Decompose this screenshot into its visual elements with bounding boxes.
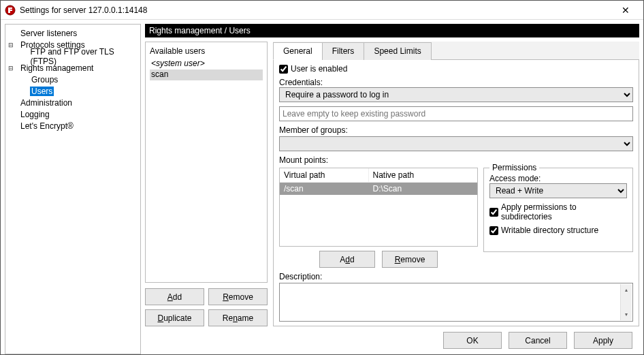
list-item[interactable]: <system user> <box>150 59 263 70</box>
tree-rights[interactable]: Rights management <box>19 63 95 73</box>
member-groups-select[interactable] <box>279 136 633 151</box>
credentials-select[interactable]: Require a password to log in <box>279 87 633 102</box>
apply-button[interactable]: Apply <box>574 332 632 349</box>
mount-points-table[interactable]: Virtual path Native path /scan D:\Scan <box>279 168 478 247</box>
collapse-icon[interactable]: ⊟ <box>7 42 15 48</box>
apply-subdirs-checkbox[interactable]: Apply permissions to subdirectories <box>489 202 627 221</box>
access-mode-label: Access mode: <box>489 174 627 183</box>
user-enabled-checkbox[interactable]: User is enabled <box>279 64 633 74</box>
table-row[interactable]: /scan D:\Scan <box>280 183 477 195</box>
tab-filters[interactable]: Filters <box>322 42 365 60</box>
permissions-group: Permissions Access mode: Read + Write Ap… <box>483 168 633 252</box>
remove-user-button[interactable]: Remove <box>208 288 268 305</box>
available-users-label: Available users <box>150 46 263 56</box>
app-icon <box>5 5 16 16</box>
remove-mount-button[interactable]: Remove <box>382 251 438 268</box>
user-tabs: General Filters Speed Limits <box>273 42 639 60</box>
window-title: Settings for server 127.0.0.1:14148 <box>20 5 612 15</box>
list-item[interactable]: scan <box>150 70 263 80</box>
password-field[interactable] <box>279 106 633 121</box>
tree-groups[interactable]: Groups <box>30 75 59 84</box>
tree-users[interactable]: Users <box>30 87 54 96</box>
tree-admin[interactable]: Administration <box>19 98 74 108</box>
scroll-up-icon[interactable]: ▴ <box>625 284 628 296</box>
tree-logging[interactable]: Logging <box>19 110 51 119</box>
member-groups-label: Member of groups: <box>279 125 633 135</box>
tree-letsencrypt[interactable]: Let's Encrypt® <box>19 121 75 131</box>
add-user-button[interactable]: Add <box>145 288 204 305</box>
settings-tree[interactable]: Server listeners ⊟Protocols settings FTP… <box>5 24 141 354</box>
credentials-label: Credentials: <box>279 78 633 87</box>
tab-general[interactable]: General <box>273 42 323 60</box>
col-native-path: Native path <box>369 168 478 182</box>
mount-points-label: Mount points: <box>279 155 633 165</box>
tree-server-listeners[interactable]: Server listeners <box>19 29 78 38</box>
tab-speed-limits[interactable]: Speed Limits <box>364 42 431 60</box>
description-label: Description: <box>279 272 633 281</box>
add-mount-button[interactable]: Add <box>319 251 375 268</box>
col-virtual-path: Virtual path <box>280 168 369 182</box>
scroll-down-icon[interactable]: ▾ <box>625 309 628 320</box>
section-header: Rights management / Users <box>145 24 639 37</box>
close-icon[interactable]: ✕ <box>612 1 639 19</box>
cancel-button[interactable]: Cancel <box>509 332 567 349</box>
available-users-list[interactable]: Available users <system user> scan <box>145 42 268 283</box>
scrollbar[interactable]: ▴▾ <box>620 284 632 320</box>
access-mode-select[interactable]: Read + Write <box>489 183 627 198</box>
writable-structure-checkbox[interactable]: Writable directory structure <box>489 226 627 235</box>
rename-user-button[interactable]: Rename <box>208 309 268 326</box>
ok-button[interactable]: OK <box>443 332 502 349</box>
description-field[interactable]: ▴▾ <box>279 283 633 322</box>
duplicate-user-button[interactable]: Duplicate <box>145 309 204 326</box>
permissions-legend: Permissions <box>489 163 539 172</box>
collapse-icon[interactable]: ⊟ <box>7 65 15 72</box>
